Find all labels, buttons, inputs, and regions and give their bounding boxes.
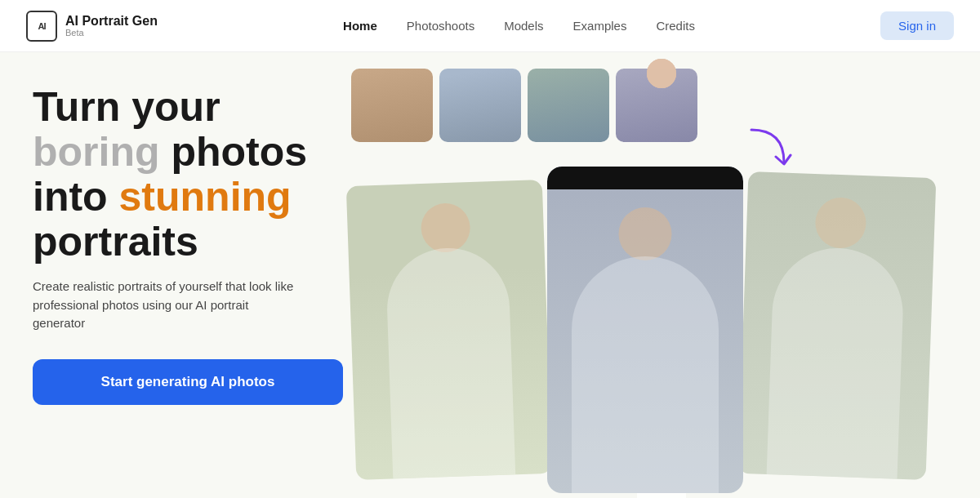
nav-links: Home Photoshoots Models Examples Credits	[343, 19, 695, 33]
photo-thumb-1	[351, 69, 433, 142]
hero-title-into: into	[33, 174, 108, 220]
large-photo-2	[547, 167, 743, 493]
nav-link-credits[interactable]: Credits	[656, 19, 695, 33]
nav-item-models[interactable]: Models	[504, 19, 543, 33]
logo-icon: AI	[26, 11, 57, 42]
nav-link-photoshoots[interactable]: Photoshoots	[407, 19, 474, 33]
nav-link-examples[interactable]: Examples	[573, 19, 627, 33]
hero-title-portraits: portraits	[33, 219, 198, 265]
photo-section	[343, 52, 980, 498]
logo-title: AI Portrait Gen	[65, 14, 158, 29]
main-content: Turn your boring photos into stunning po…	[0, 52, 980, 498]
hero-title: Turn your boring photos into stunning po…	[33, 85, 317, 265]
photo-thumb-3	[528, 69, 609, 142]
nav-item-examples[interactable]: Examples	[573, 19, 627, 33]
large-photos-row	[343, 167, 980, 498]
hero-subtitle: Create realistic portraits of yourself t…	[33, 278, 294, 333]
nav-link-models[interactable]: Models	[504, 19, 543, 33]
photo-thumbnails-row	[343, 69, 980, 142]
hero-title-photos: photos	[171, 129, 307, 175]
nav-item-home[interactable]: Home	[343, 19, 377, 33]
logo-beta: Beta	[65, 28, 158, 38]
photo-thumb-2	[439, 69, 521, 142]
logo-text: AI Portrait Gen Beta	[65, 14, 158, 38]
nav-link-home[interactable]: Home	[343, 19, 377, 33]
arrow-icon	[743, 126, 792, 183]
large-photo-1	[346, 180, 552, 480]
large-photo-3	[738, 171, 937, 480]
logo: AI AI Portrait Gen Beta	[26, 11, 158, 42]
nav-item-photoshoots[interactable]: Photoshoots	[407, 19, 474, 33]
nav-item-credits[interactable]: Credits	[656, 19, 695, 33]
arrow-indicator	[743, 126, 792, 186]
photo-thumb-4	[616, 69, 697, 142]
navbar: AI AI Portrait Gen Beta Home Photoshoots…	[0, 0, 980, 52]
hero-title-boring: boring	[33, 129, 160, 175]
hero-title-stunning: stunning	[119, 174, 292, 220]
hero-title-line1: Turn your	[33, 84, 220, 130]
signin-button[interactable]: Sign in	[880, 11, 954, 40]
phone-notch	[547, 167, 743, 189]
hero-section: Turn your boring photos into stunning po…	[0, 52, 343, 498]
cta-button[interactable]: Start generating AI photos	[33, 359, 343, 405]
